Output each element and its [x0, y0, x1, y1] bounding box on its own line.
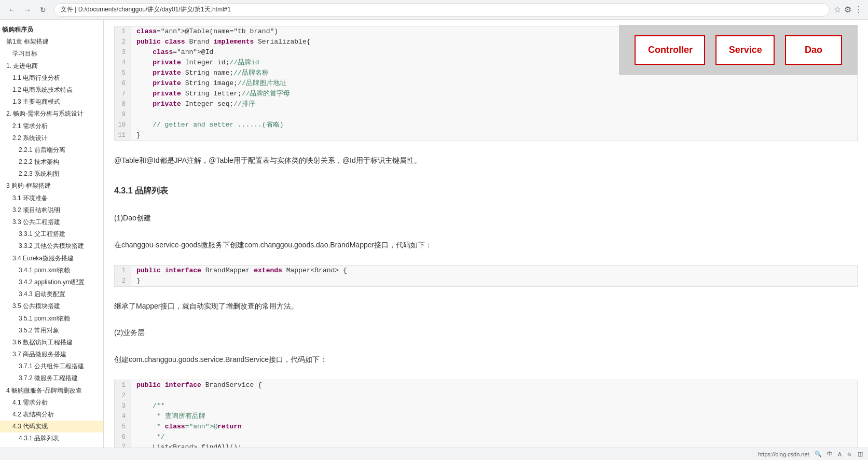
sidebar-item-4-1[interactable]: 4.1 需求分析 — [0, 397, 103, 409]
code-line: 11} — [115, 130, 857, 141]
section-heading: 4.3.1 品牌列表 — [104, 174, 868, 205]
sidebar-item-3[interactable]: 3 购购-框架搭建 — [0, 180, 103, 192]
sidebar-item-2-2-1[interactable]: 2.2.1 前后端分离 — [0, 144, 103, 156]
arch-overlay: Controller Service Dao — [619, 25, 858, 75]
sidebar-item-4-2[interactable]: 4.2 表结构分析 — [0, 409, 103, 421]
content-area[interactable]: Controller Service Dao 1class="ann">@Tab… — [104, 20, 868, 448]
sidebar-item-3-6[interactable]: 3.6 数据访问工程搭建 — [0, 337, 103, 349]
sidebar-item-3-7-1[interactable]: 3.7.1 公共组件工程搭建 — [0, 360, 103, 372]
status-theme[interactable]: A — [838, 451, 842, 457]
sidebar-item-3-4-1[interactable]: 3.4.1 pom.xml依赖 — [0, 264, 103, 276]
sidebar-item-3-5-2[interactable]: 3.5.2 常用对象 — [0, 325, 103, 337]
code-line: 1public interface BrandMapper extends Ma… — [115, 266, 857, 276]
main-layout: 畅购程序员第1章 框架搭建学习目标1. 走进电商1.1 电商行业分析1.2 电商… — [0, 20, 868, 448]
code-line: 6 private String image;//品牌图片地址 — [115, 78, 857, 89]
sidebar-item-4-3-1[interactable]: 4.3.1 品牌列表 — [0, 433, 103, 444]
sidebar-item-2-2[interactable]: 2.2 系统设计 — [0, 132, 103, 144]
service-desc: 创建com.changgou.goods.service.BrandServic… — [104, 346, 868, 373]
service-code-block: 1public interface BrandService {23 /**4 … — [114, 380, 858, 448]
sidebar-item-3-2[interactable]: 3.2 项目结构说明 — [0, 204, 103, 216]
code-line: 10 // getter and setter ......(省略) — [115, 120, 857, 130]
annotation-text: @Table和@Id都是JPA注解，@Table用于配置表与实体类的映射关系，@… — [104, 147, 868, 174]
sidebar-item-3-7[interactable]: 3.7 商品微服务搭建 — [0, 349, 103, 360]
star-icon[interactable]: ☆ — [834, 5, 841, 15]
dao-box[interactable]: Dao — [785, 35, 842, 65]
code-line: 7 private String letter;//品牌的首字母 — [115, 89, 857, 99]
sidebar-item-4-3[interactable]: 4.3 代码实现 — [0, 421, 103, 433]
address-bar[interactable] — [54, 3, 830, 17]
service-heading: (2)业务层 — [104, 319, 868, 346]
status-link: https://blog.csdn.net — [758, 451, 809, 457]
sidebar-item-3-5-1[interactable]: 3.5.1 pom.xml依赖 — [0, 313, 103, 325]
code-line: 8 private Integer seq;//排序 — [115, 99, 857, 109]
status-lang[interactable]: 中 — [827, 450, 833, 458]
sidebar-item-1-2[interactable]: 1.2 电商系统技术特点 — [0, 84, 103, 96]
mapper-desc: 继承了Mapper接口，就自动实现了增删改查的常用方法。 — [104, 293, 868, 320]
status-setting[interactable]: ⛭ — [847, 451, 852, 457]
sidebar-item-2-2-2[interactable]: 2.2.2 技术架构 — [0, 156, 103, 168]
sidebar-item-3-3-2[interactable]: 3.3.2 其他公共模块搭建 — [0, 240, 103, 252]
browser-actions: ☆ ⚙ ⋮ — [834, 5, 863, 15]
sidebar-item-3-1[interactable]: 3.1 环境准备 — [0, 192, 103, 204]
extension-icon[interactable]: ⚙ — [844, 5, 851, 15]
browser-bar: ← → ↻ ☆ ⚙ ⋮ — [0, 0, 868, 20]
mapper-code-block: 1public interface BrandMapper extends Ma… — [114, 265, 858, 287]
forward-button[interactable]: → — [21, 3, 34, 17]
dao-desc: 在changgou-service-goods微服务下创建com.changgo… — [104, 232, 868, 259]
status-zoom-icon[interactable]: 🔍 — [815, 451, 822, 457]
sidebar-item-3-4-2[interactable]: 3.4.2 appliation.yml配置 — [0, 276, 103, 288]
service-box[interactable]: Service — [715, 35, 775, 65]
sidebar: 畅购程序员第1章 框架搭建学习目标1. 走进电商1.1 电商行业分析1.2 电商… — [0, 20, 104, 448]
menu-icon[interactable]: ⋮ — [855, 5, 863, 15]
code-line: 2 — [115, 391, 857, 401]
code-line: 3 /** — [115, 401, 857, 411]
dao-heading: (1)Dao创建 — [104, 205, 868, 232]
code-line: 4 * 查询所有品牌 — [115, 411, 857, 422]
sidebar-item-1-0[interactable]: 学习目标 — [0, 48, 103, 60]
code-line: 1public interface BrandService { — [115, 380, 857, 391]
code-line: 7 List<Brand> findAll(); — [115, 442, 857, 448]
sidebar-item-1[interactable]: 1. 走进电商 — [0, 60, 103, 72]
status-grid[interactable]: ◫ — [858, 451, 863, 457]
back-button[interactable]: ← — [5, 3, 19, 17]
sidebar-item-3-3[interactable]: 3.3 公共工程搭建 — [0, 216, 103, 228]
sidebar-item-4[interactable]: 4 畅购微服务-品牌增删改查 — [0, 385, 103, 397]
sidebar-item-1-3[interactable]: 1.3 主要电商模式 — [0, 96, 103, 108]
code-line: 2} — [115, 276, 857, 286]
status-bar: https://blog.csdn.net 🔍 中 A ⛭ ◫ — [0, 448, 868, 460]
sidebar-item-1-1[interactable]: 1.1 电商行业分析 — [0, 72, 103, 84]
sidebar-item-3-4[interactable]: 3.4 Eureka微服务搭建 — [0, 253, 103, 264]
controller-box[interactable]: Controller — [635, 35, 705, 65]
refresh-button[interactable]: ↻ — [36, 3, 50, 17]
sidebar-item-3-7-2[interactable]: 3.7.2 微服务工程搭建 — [0, 372, 103, 384]
sidebar-item-3-4-3[interactable]: 3.4.3 启动类配置 — [0, 288, 103, 300]
sidebar-item-2[interactable]: 2. 畅购-需求分析与系统设计 — [0, 108, 103, 120]
sidebar-item-root[interactable]: 畅购程序员 — [0, 24, 103, 36]
nav-buttons: ← → ↻ — [5, 3, 50, 17]
sidebar-item-2-2-3[interactable]: 2.2.3 系统构图 — [0, 168, 103, 180]
sidebar-item-2-1[interactable]: 2.1 需求分析 — [0, 120, 103, 132]
code-line: 5 * class="ann">@return — [115, 422, 857, 432]
sidebar-item-3-5[interactable]: 3.5 公共模块搭建 — [0, 300, 103, 312]
code-line: 6 */ — [115, 432, 857, 442]
sidebar-item-ch1[interactable]: 第1章 框架搭建 — [0, 36, 103, 48]
sidebar-item-3-3-1[interactable]: 3.3.1 父工程搭建 — [0, 228, 103, 240]
code-line: 9 — [115, 109, 857, 120]
